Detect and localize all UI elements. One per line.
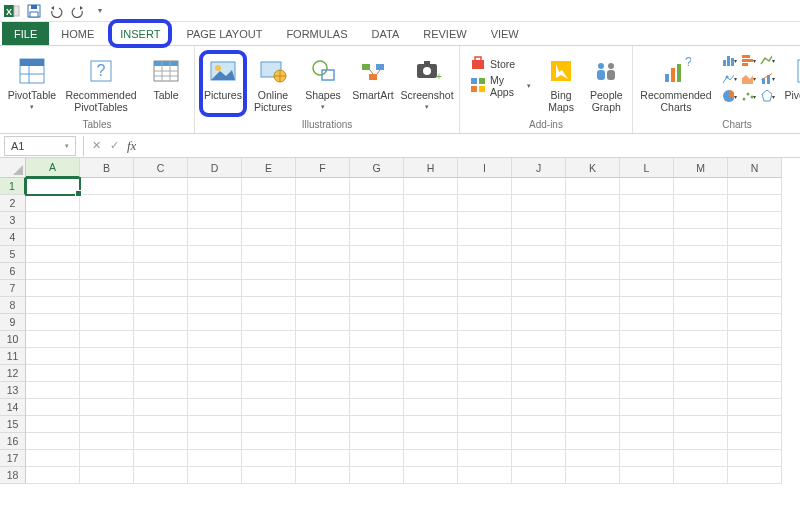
cell[interactable] bbox=[566, 365, 620, 382]
cell[interactable] bbox=[26, 229, 80, 246]
cell[interactable] bbox=[296, 297, 350, 314]
cell[interactable] bbox=[458, 433, 512, 450]
cell[interactable] bbox=[674, 212, 728, 229]
cell[interactable] bbox=[242, 314, 296, 331]
stock-chart-icon[interactable]: ▾ bbox=[759, 52, 775, 68]
cell[interactable] bbox=[26, 314, 80, 331]
save-icon[interactable] bbox=[26, 3, 42, 19]
cell[interactable] bbox=[242, 212, 296, 229]
cell[interactable] bbox=[728, 331, 782, 348]
cell[interactable] bbox=[134, 416, 188, 433]
tab-review[interactable]: REVIEW bbox=[411, 22, 478, 45]
cell[interactable] bbox=[512, 263, 566, 280]
cell[interactable] bbox=[296, 399, 350, 416]
bar-chart-icon[interactable]: ▾ bbox=[740, 52, 756, 68]
enter-icon[interactable]: ✓ bbox=[105, 137, 123, 155]
cell[interactable] bbox=[620, 314, 674, 331]
cell[interactable] bbox=[728, 348, 782, 365]
cell[interactable] bbox=[674, 178, 728, 195]
cell[interactable] bbox=[188, 229, 242, 246]
people-graph-button[interactable]: PeopleGraph bbox=[585, 50, 628, 117]
cell[interactable] bbox=[296, 280, 350, 297]
cell[interactable] bbox=[404, 348, 458, 365]
online-pictures-button[interactable]: OnlinePictures bbox=[249, 50, 297, 117]
cell[interactable] bbox=[728, 416, 782, 433]
cell[interactable] bbox=[242, 416, 296, 433]
cell[interactable] bbox=[620, 331, 674, 348]
recommended-charts-button[interactable]: ? RecommendedCharts bbox=[637, 50, 715, 117]
column-header[interactable]: I bbox=[458, 158, 512, 178]
row-header[interactable]: 12 bbox=[0, 365, 26, 382]
cell[interactable] bbox=[404, 416, 458, 433]
cell[interactable] bbox=[296, 467, 350, 484]
cell[interactable] bbox=[296, 212, 350, 229]
cell[interactable] bbox=[512, 450, 566, 467]
cell[interactable] bbox=[458, 212, 512, 229]
row-header[interactable]: 4 bbox=[0, 229, 26, 246]
cell[interactable] bbox=[242, 467, 296, 484]
cell[interactable] bbox=[458, 331, 512, 348]
row-header[interactable]: 2 bbox=[0, 195, 26, 212]
cell[interactable] bbox=[674, 195, 728, 212]
cell[interactable] bbox=[350, 229, 404, 246]
column-header[interactable]: D bbox=[188, 158, 242, 178]
cell[interactable] bbox=[404, 263, 458, 280]
cell[interactable] bbox=[188, 348, 242, 365]
cell[interactable] bbox=[512, 195, 566, 212]
row-header[interactable]: 5 bbox=[0, 246, 26, 263]
qat-customize-icon[interactable]: ▾ bbox=[92, 3, 108, 19]
cell[interactable] bbox=[188, 382, 242, 399]
cell[interactable] bbox=[296, 263, 350, 280]
cell[interactable] bbox=[296, 314, 350, 331]
cell[interactable] bbox=[728, 297, 782, 314]
cell[interactable] bbox=[728, 314, 782, 331]
shapes-button[interactable]: Shapes ▾ bbox=[299, 50, 347, 117]
pivottable-button[interactable]: PivotTable ▾ bbox=[4, 50, 60, 117]
cell[interactable] bbox=[458, 297, 512, 314]
cell[interactable] bbox=[350, 399, 404, 416]
cell[interactable] bbox=[620, 365, 674, 382]
cell[interactable] bbox=[566, 246, 620, 263]
cell[interactable] bbox=[26, 382, 80, 399]
cell[interactable] bbox=[134, 467, 188, 484]
column-header[interactable]: M bbox=[674, 158, 728, 178]
cell[interactable] bbox=[350, 382, 404, 399]
cell[interactable] bbox=[26, 331, 80, 348]
cell[interactable] bbox=[404, 382, 458, 399]
row-header[interactable]: 6 bbox=[0, 263, 26, 280]
cell[interactable] bbox=[404, 467, 458, 484]
cell[interactable] bbox=[350, 212, 404, 229]
cell[interactable] bbox=[458, 416, 512, 433]
column-header[interactable]: H bbox=[404, 158, 458, 178]
column-header[interactable]: G bbox=[350, 158, 404, 178]
cell[interactable] bbox=[512, 212, 566, 229]
cell[interactable] bbox=[566, 433, 620, 450]
column-header[interactable]: J bbox=[512, 158, 566, 178]
cell[interactable] bbox=[728, 399, 782, 416]
myapps-button[interactable]: My Apps ▾ bbox=[470, 76, 531, 96]
cell[interactable] bbox=[512, 297, 566, 314]
column-header[interactable]: E bbox=[242, 158, 296, 178]
cell[interactable] bbox=[242, 450, 296, 467]
cell[interactable] bbox=[242, 365, 296, 382]
cell[interactable] bbox=[134, 297, 188, 314]
cell[interactable] bbox=[350, 348, 404, 365]
cell[interactable] bbox=[512, 280, 566, 297]
cell[interactable] bbox=[134, 212, 188, 229]
cell[interactable] bbox=[566, 331, 620, 348]
cell[interactable] bbox=[674, 365, 728, 382]
redo-icon[interactable] bbox=[70, 3, 86, 19]
column-header[interactable]: A bbox=[26, 158, 80, 178]
cell[interactable] bbox=[134, 314, 188, 331]
row-header[interactable]: 11 bbox=[0, 348, 26, 365]
column-chart-icon[interactable]: ▾ bbox=[721, 52, 737, 68]
recommended-pivottables-button[interactable]: ? RecommendedPivotTables bbox=[62, 50, 140, 117]
cell[interactable] bbox=[188, 467, 242, 484]
cell[interactable] bbox=[296, 433, 350, 450]
cell[interactable] bbox=[26, 212, 80, 229]
cell[interactable] bbox=[80, 382, 134, 399]
cell[interactable] bbox=[512, 178, 566, 195]
cell[interactable] bbox=[620, 229, 674, 246]
cell[interactable] bbox=[26, 450, 80, 467]
cell[interactable] bbox=[188, 246, 242, 263]
